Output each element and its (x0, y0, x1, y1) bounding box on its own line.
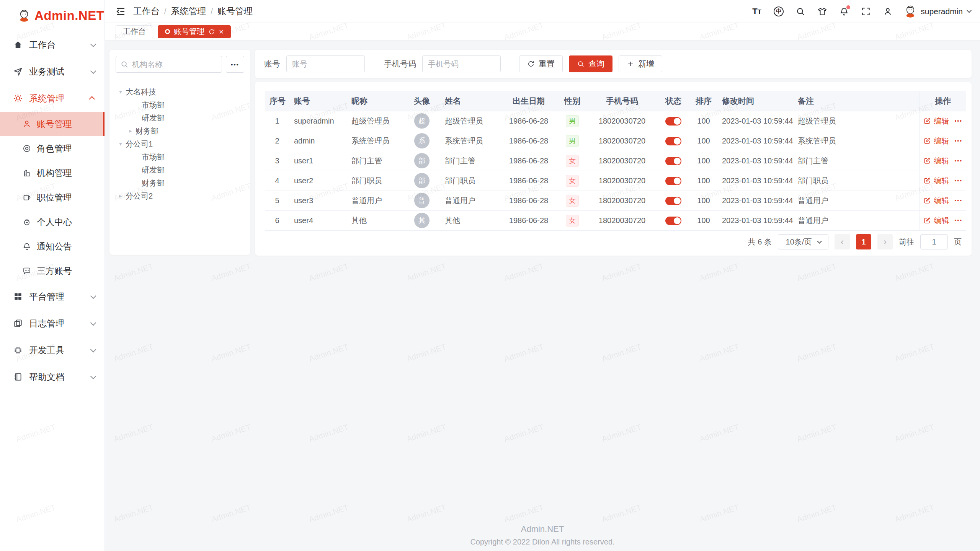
theme-icon[interactable] (817, 6, 828, 17)
badge-icon (22, 193, 31, 202)
gender-badge: 女 (566, 215, 579, 227)
gender-badge: 女 (566, 195, 579, 207)
pagination: 共 6 条 10条/页 ‹ 1 › 前往 页 (748, 234, 962, 249)
notification-icon[interactable] (838, 6, 850, 17)
tree-node[interactable]: 研发部 (116, 163, 244, 176)
language-icon[interactable]: 中 (773, 6, 784, 17)
edit-icon (923, 177, 931, 184)
sidebar-item-workbench[interactable]: 工作台 (0, 31, 105, 58)
tree-node[interactable]: ▾大名科技 (116, 85, 244, 98)
sidebar-item-help-docs[interactable]: 帮助文档 (0, 364, 105, 390)
more-actions-button[interactable]: ••• (954, 158, 962, 164)
caret-right-icon[interactable]: ▸ (116, 192, 126, 199)
sidebar-item-third-party-account[interactable]: 三方账号 (0, 259, 105, 283)
sidebar-item-position-mgmt[interactable]: 职位管理 (0, 185, 105, 210)
sidebar-item-account-mgmt[interactable]: 账号管理 (0, 112, 105, 136)
tab-account-mgmt[interactable]: 账号管理 × (158, 25, 231, 38)
account-input[interactable] (286, 55, 365, 72)
status-toggle[interactable] (665, 217, 681, 225)
avatar: 部 (414, 153, 430, 168)
edit-button[interactable]: 编辑 (923, 176, 949, 186)
tree-node[interactable]: ▸分公司2 (116, 189, 244, 202)
col-modified-time: 修改时间 (717, 91, 793, 111)
edit-icon (923, 197, 931, 204)
sidebar-item-platform-mgmt[interactable]: 平台管理 (0, 283, 105, 310)
caret-down-icon[interactable]: ▾ (116, 140, 126, 147)
breadcrumb-item[interactable]: 系统管理 (171, 5, 206, 17)
menu-fold-icon[interactable] (115, 6, 126, 17)
search-icon (577, 60, 585, 68)
sidebar-submenu: 账号管理 角色管理 机构管理 职位管理 个人中心 (0, 112, 105, 283)
page-size-select[interactable]: 10条/页 (778, 234, 828, 249)
breadcrumb-item[interactable]: 账号管理 (217, 5, 253, 17)
caret-right-icon[interactable]: ▸ (126, 127, 136, 134)
breadcrumb-item[interactable]: 工作台 (133, 5, 160, 17)
sidebar-item-label: 角色管理 (37, 143, 95, 155)
edit-button[interactable]: 编辑 (923, 156, 949, 166)
status-toggle[interactable] (665, 137, 681, 145)
profile-icon (22, 217, 31, 227)
status-toggle[interactable] (665, 117, 681, 126)
sidebar-item-org-mgmt[interactable]: 机构管理 (0, 161, 105, 185)
col-remark: 备注 (793, 91, 920, 111)
font-size-icon[interactable]: Tᴛ (751, 6, 763, 17)
reset-button[interactable]: 重置 (519, 55, 563, 72)
status-toggle[interactable] (665, 157, 681, 165)
edit-icon (923, 217, 931, 224)
more-actions-button[interactable]: ••• (954, 197, 962, 204)
goto-page-input[interactable] (920, 234, 948, 249)
sidebar-item-notice[interactable]: 通知公告 (0, 234, 105, 259)
edit-button[interactable]: 编辑 (923, 196, 949, 206)
send-icon (13, 67, 23, 77)
status-toggle[interactable] (665, 197, 681, 205)
current-page[interactable]: 1 (856, 234, 871, 249)
org-search-input[interactable] (116, 56, 222, 73)
sidebar-item-dev-tools[interactable]: 开发工具 (0, 337, 105, 364)
org-search-row: ••• (116, 56, 244, 73)
tree-node[interactable]: 市场部 (116, 150, 244, 163)
app-logo: Admin.NET (0, 0, 105, 31)
phone-input[interactable] (422, 55, 501, 72)
status-toggle[interactable] (665, 177, 681, 185)
bell-icon (22, 242, 31, 251)
prev-page-button[interactable]: ‹ (835, 234, 850, 249)
col-order: 排序 (690, 91, 717, 111)
profile-icon[interactable] (882, 6, 893, 17)
sidebar-item-personal-center[interactable]: 个人中心 (0, 210, 105, 234)
more-actions-button[interactable]: ••• (954, 217, 962, 223)
filter-bar: 账号 手机号码 重置 查询 新增 (255, 50, 972, 78)
org-more-button[interactable]: ••• (226, 56, 244, 73)
sidebar-item-role-mgmt[interactable]: 角色管理 (0, 136, 105, 161)
tree-node[interactable]: 研发部 (116, 111, 244, 124)
table-row: 4 user2 部门职员 部 部门职员 1986-06-28 女 1802003… (265, 171, 966, 191)
page-footer: Admin.NET Copyright © 2022 Dilon All rig… (105, 524, 980, 546)
chevron-down-icon (90, 373, 96, 379)
fullscreen-icon[interactable] (860, 6, 872, 17)
search-icon[interactable] (795, 6, 806, 17)
tree-node[interactable]: ▸财务部 (116, 124, 244, 137)
col-actions: 操作 (920, 91, 966, 111)
refresh-icon[interactable] (208, 28, 215, 35)
caret-down-icon[interactable]: ▾ (116, 88, 126, 95)
tree-node[interactable]: 市场部 (116, 98, 244, 111)
sidebar-item-log-mgmt[interactable]: 日志管理 (0, 310, 105, 337)
table-row: 3 user1 部门主管 部 部门主管 1986-06-28 女 1802003… (265, 151, 966, 171)
edit-button[interactable]: 编辑 (923, 116, 949, 126)
sidebar-item-business-test[interactable]: 业务测试 (0, 58, 105, 85)
more-actions-button[interactable]: ••• (954, 178, 962, 184)
sidebar-menu: 工作台 业务测试 系统管理 账号管理 角色管理 (0, 31, 105, 551)
close-icon[interactable]: × (219, 28, 224, 36)
tree-node[interactable]: 财务部 (116, 176, 244, 189)
user-menu[interactable]: superadmin (904, 5, 970, 18)
sidebar-item-label: 通知公告 (37, 241, 95, 253)
tree-node[interactable]: ▾分公司1 (116, 137, 244, 150)
more-actions-button[interactable]: ••• (954, 138, 962, 144)
edit-button[interactable]: 编辑 (923, 136, 949, 146)
tab-workbench[interactable]: 工作台 (116, 25, 153, 38)
edit-button[interactable]: 编辑 (923, 215, 949, 226)
query-button[interactable]: 查询 (569, 55, 612, 72)
more-actions-button[interactable]: ••• (954, 118, 962, 124)
next-page-button[interactable]: › (877, 234, 893, 249)
add-button[interactable]: 新增 (619, 55, 662, 72)
sidebar-item-system-mgmt[interactable]: 系统管理 (0, 85, 105, 112)
